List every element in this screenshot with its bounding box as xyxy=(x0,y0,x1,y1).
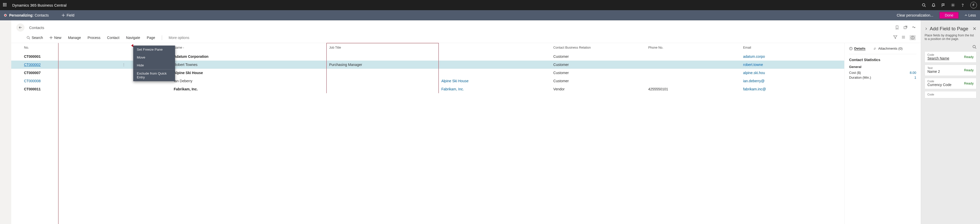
chevron-right-icon[interactable] xyxy=(924,27,928,30)
cost-value[interactable]: 8.00 xyxy=(910,71,916,74)
process-label: Process xyxy=(88,36,100,40)
field-ready: Ready xyxy=(964,68,974,72)
open-new-icon[interactable] xyxy=(904,25,907,30)
cell-phone[interactable] xyxy=(646,52,741,61)
field-list: CodeSearch NameReadyTextName 2ReadyCodeC… xyxy=(924,51,977,98)
col-name[interactable]: Name xyxy=(171,43,326,53)
done-button[interactable]: Done xyxy=(939,12,959,19)
field-card[interactable]: CodeCurrency CodeReady xyxy=(924,78,977,89)
field-card[interactable]: TextName 2Ready xyxy=(924,65,977,76)
cell-phone[interactable]: 4255550101 xyxy=(646,85,741,93)
manage-action[interactable]: Manage xyxy=(68,36,81,40)
field-type: Code xyxy=(928,80,964,83)
col-no[interactable]: No. xyxy=(11,43,119,53)
tab-details-label: Details xyxy=(854,47,865,50)
info-icon[interactable] xyxy=(910,35,916,40)
cell-no[interactable]: CT000008 xyxy=(11,77,119,85)
content-area: Contacts Search New Manage Proces xyxy=(0,21,921,224)
field-card[interactable]: CodeSearch NameReady xyxy=(924,51,977,63)
cell-name[interactable]: Fabrikam, Inc. xyxy=(171,85,326,93)
bell-icon[interactable] xyxy=(932,3,935,7)
cell-email[interactable]: robert.towne xyxy=(741,61,844,69)
navigate-action[interactable]: Navigate xyxy=(126,36,140,40)
cell-company-name[interactable]: Fabrikam, Inc. xyxy=(439,85,551,93)
actionbar-right xyxy=(893,35,916,40)
cell-name[interactable]: Adatum Corporation xyxy=(171,52,326,61)
bookmark-icon[interactable] xyxy=(895,25,899,30)
column-handle-icon[interactable] xyxy=(131,44,133,47)
cell-job-title[interactable] xyxy=(326,69,438,77)
avatar[interactable]: F xyxy=(970,2,977,8)
gear-icon[interactable] xyxy=(951,3,955,7)
factbox: Details Attachments (0) Contact Statisti… xyxy=(844,43,921,224)
cell-name[interactable]: Ian Deberry xyxy=(171,77,326,85)
process-action[interactable]: Process xyxy=(88,36,100,40)
cell-no[interactable]: CT000007 xyxy=(11,69,119,77)
app-launcher-icon[interactable] xyxy=(3,3,7,7)
menu-set-freeze[interactable]: Set Freeze Pane xyxy=(133,46,175,54)
side-header: Add Field to Page ✕ xyxy=(924,24,977,33)
row-menu[interactable] xyxy=(119,85,171,93)
search-action[interactable]: Search xyxy=(27,36,43,40)
menu-hide[interactable]: Hide xyxy=(133,62,175,69)
page-action[interactable]: Page xyxy=(147,36,155,40)
cell-phone[interactable] xyxy=(646,77,741,85)
column-context-menu: Set Freeze Pane Move Hide Exclude from Q… xyxy=(133,46,175,81)
more-icon[interactable]: ⋮ xyxy=(122,63,127,67)
tab-attachments[interactable]: Attachments (0) xyxy=(873,47,902,50)
list-icon[interactable] xyxy=(901,35,905,40)
cell-email[interactable]: adatum.corpo xyxy=(741,52,844,61)
search-icon[interactable] xyxy=(972,45,977,49)
svg-point-11 xyxy=(27,36,29,39)
cell-email[interactable]: alpine.ski.hou xyxy=(741,69,844,77)
cell-phone[interactable] xyxy=(646,69,741,77)
flag-icon[interactable] xyxy=(941,3,945,7)
clear-personalization-link[interactable]: Clear personalization... xyxy=(897,13,933,17)
search-icon[interactable] xyxy=(922,3,926,7)
back-button[interactable] xyxy=(16,24,24,32)
filter-icon[interactable] xyxy=(893,35,897,40)
field-card[interactable]: Code xyxy=(924,91,977,98)
add-field-button[interactable]: Field xyxy=(62,13,74,17)
cell-no[interactable]: CT000001 xyxy=(11,52,119,61)
cell-no[interactable]: CT000011 xyxy=(11,85,119,93)
cell-cbr[interactable]: Customer xyxy=(551,61,646,69)
cell-cbr[interactable]: Customer xyxy=(551,77,646,85)
new-action[interactable]: New xyxy=(49,36,61,40)
more-options[interactable]: More options xyxy=(169,36,189,40)
col-email[interactable]: Email xyxy=(741,43,844,53)
collapse-icon[interactable] xyxy=(912,25,916,30)
cell-job-title[interactable] xyxy=(326,85,438,93)
cell-name[interactable]: Alpine Ski House xyxy=(171,69,326,77)
cell-name[interactable]: Robert Townes xyxy=(171,61,326,69)
table-row[interactable]: CT000011Fabrikam, Inc.Fabrikam, Inc.Vend… xyxy=(11,85,844,93)
col-job-title[interactable]: Job Title xyxy=(326,43,438,53)
search-label: Search xyxy=(32,36,43,40)
cell-job-title[interactable] xyxy=(326,77,438,85)
contact-action[interactable]: Contact xyxy=(107,36,119,40)
cell-job-title[interactable] xyxy=(326,52,438,61)
cell-cbr[interactable]: Customer xyxy=(551,52,646,61)
cell-company-name[interactable]: Alpine Ski House xyxy=(439,77,551,85)
less-toggle[interactable]: Less xyxy=(965,13,976,17)
cell-no[interactable]: CT000002 xyxy=(11,61,119,69)
cell-email[interactable]: fabrikam.inc@ xyxy=(741,85,844,93)
col-phone[interactable]: Phone No. xyxy=(646,43,741,53)
grid-wrap: No. Name Job Title Contact Business Rela… xyxy=(11,43,921,224)
menu-exclude-quick-entry[interactable]: Exclude from Quick Entry xyxy=(133,69,175,81)
cell-cbr[interactable]: Vendor xyxy=(551,85,646,93)
tab-details[interactable]: Details xyxy=(849,47,865,50)
cell-company-name[interactable] xyxy=(439,61,551,69)
cell-company-name[interactable] xyxy=(439,69,551,77)
cell-job-title[interactable]: Purchasing Manager xyxy=(326,61,438,69)
col-cbr[interactable]: Contact Business Relation xyxy=(551,43,646,53)
menu-move[interactable]: Move xyxy=(133,54,175,62)
cell-company-name[interactable] xyxy=(439,52,551,61)
cell-cbr[interactable]: Customer xyxy=(551,69,646,77)
duration-value[interactable]: 1 xyxy=(915,76,916,79)
help-icon[interactable] xyxy=(961,3,965,7)
cell-phone[interactable] xyxy=(646,61,741,69)
close-icon[interactable]: ✕ xyxy=(973,26,977,32)
titlebar-right: F xyxy=(922,2,977,8)
cell-email[interactable]: ian.deberry@ xyxy=(741,77,844,85)
